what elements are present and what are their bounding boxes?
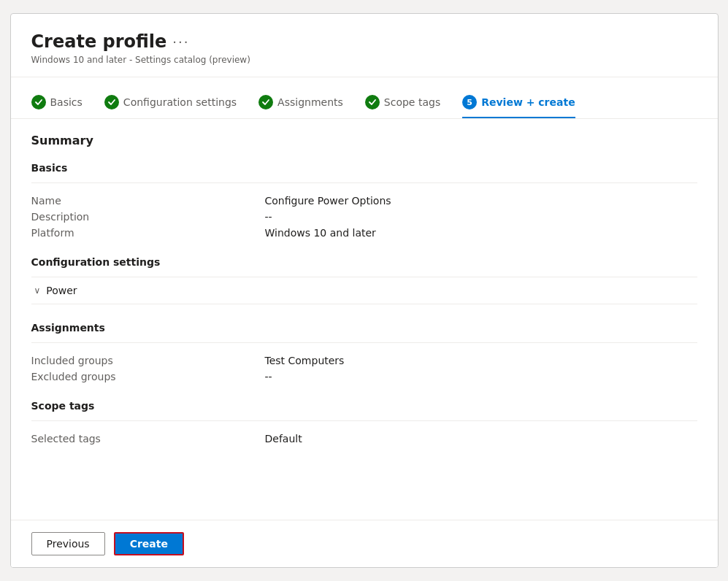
basics-section-title: Basics <box>31 162 697 174</box>
previous-button[interactable]: Previous <box>31 532 105 555</box>
tab-basics[interactable]: Basics <box>31 89 96 118</box>
selected-tags-value: Default <box>265 433 302 445</box>
create-profile-window: Create profile ··· Windows 10 and later … <box>10 13 719 568</box>
selected-tags-label: Selected tags <box>31 433 265 445</box>
content-area: Summary Basics Name Configure Power Opti… <box>11 119 718 520</box>
footer: Previous Create <box>11 520 718 567</box>
tab-assignments[interactable]: Assignments <box>258 89 356 118</box>
basics-check-icon <box>31 95 46 109</box>
included-groups-value: Test Computers <box>265 355 345 366</box>
tab-configuration-settings[interactable]: Configuration settings <box>104 89 250 118</box>
configuration-settings-check-icon <box>104 95 119 109</box>
window-header: Create profile ··· Windows 10 and later … <box>11 14 718 77</box>
basics-name-label: Name <box>31 195 265 207</box>
configuration-settings-section: Configuration settings ∨ Power <box>31 256 697 304</box>
create-button[interactable]: Create <box>114 532 184 555</box>
configuration-settings-title: Configuration settings <box>31 256 697 268</box>
assignments-check-icon <box>258 95 273 109</box>
excluded-groups-label: Excluded groups <box>31 371 265 382</box>
page-title-ellipsis: ··· <box>172 34 189 50</box>
power-config-row: ∨ Power <box>31 277 697 304</box>
excluded-groups-value: -- <box>265 371 272 382</box>
basics-section: Basics Name Configure Power Options Desc… <box>31 162 697 239</box>
basics-platform-label: Platform <box>31 227 265 239</box>
tabs-row: Basics Configuration settings Assignment… <box>11 77 718 119</box>
summary-label: Summary <box>31 134 697 147</box>
tab-scope-tags-label: Scope tags <box>384 96 440 108</box>
page-title: Create profile ··· <box>31 31 697 52</box>
basics-platform-row: Platform Windows 10 and later <box>31 227 697 239</box>
scope-tags-section: Scope tags Selected tags Default <box>31 400 697 445</box>
page-subtitle: Windows 10 and later - Settings catalog … <box>31 55 697 65</box>
included-groups-row: Included groups Test Computers <box>31 355 697 366</box>
excluded-groups-row: Excluded groups -- <box>31 371 697 382</box>
tab-scope-tags[interactable]: Scope tags <box>365 89 453 118</box>
chevron-down-icon: ∨ <box>34 285 41 296</box>
tab-configuration-settings-label: Configuration settings <box>123 96 237 108</box>
page-title-text: Create profile <box>31 31 167 52</box>
assignments-section: Assignments Included groups Test Compute… <box>31 322 697 382</box>
basics-name-value: Configure Power Options <box>265 195 391 207</box>
scope-tags-divider <box>31 420 697 421</box>
assignments-divider <box>31 342 697 343</box>
basics-description-row: Description -- <box>31 211 697 223</box>
power-config-label: Power <box>46 285 77 296</box>
assignments-section-title: Assignments <box>31 322 697 334</box>
tab-basics-label: Basics <box>50 96 83 108</box>
basics-platform-value: Windows 10 and later <box>265 227 376 239</box>
basics-divider <box>31 182 697 183</box>
scope-tags-check-icon <box>365 95 380 109</box>
review-create-badge: 5 <box>462 95 477 109</box>
tab-review-create[interactable]: 5 Review + create <box>462 89 588 118</box>
scope-tags-section-title: Scope tags <box>31 400 697 412</box>
basics-name-row: Name Configure Power Options <box>31 195 697 207</box>
basics-description-value: -- <box>265 211 272 223</box>
tab-review-create-label: Review + create <box>481 96 575 108</box>
tab-assignments-label: Assignments <box>277 96 343 108</box>
basics-description-label: Description <box>31 211 265 223</box>
selected-tags-row: Selected tags Default <box>31 433 697 445</box>
included-groups-label: Included groups <box>31 355 265 366</box>
